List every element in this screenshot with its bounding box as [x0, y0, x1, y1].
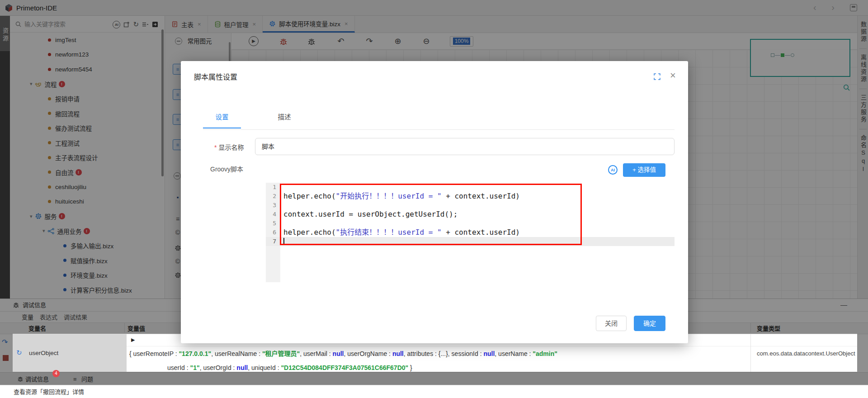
- dialog-tabs: 设置 描述: [203, 112, 328, 128]
- ai-generate-icon[interactable]: AI: [608, 165, 618, 175]
- value-segment: , userRealName :: [211, 350, 262, 357]
- code-highlight-box: [280, 184, 582, 245]
- line-number-gutter: 1234567: [266, 183, 280, 282]
- variable-type: com.eos.data.datacontext.UserObject: [757, 346, 855, 361]
- select-value-button[interactable]: + 选择值: [623, 163, 665, 177]
- close-icon[interactable]: ×: [670, 71, 676, 80]
- ok-button[interactable]: 确定: [634, 316, 665, 331]
- status-text: 查看资源「撤回流程」详情: [14, 385, 84, 398]
- divider: [203, 129, 675, 130]
- refresh-icon[interactable]: ↻: [16, 349, 22, 357]
- script-properties-dialog: 脚本属性设置 × 设置 描述 *显示名称 脚本 Groovy脚本 AI + 选择…: [181, 61, 688, 343]
- groovy-code-editor[interactable]: 1234567 helper.echo("开始执行！！！！userId = " …: [266, 183, 675, 282]
- display-name-label: *显示名称: [214, 139, 244, 156]
- value-segment: null: [333, 350, 344, 357]
- value-segment: , attributes : {...}, sessionId :: [404, 350, 484, 357]
- variable-name: userObject: [29, 347, 124, 360]
- display-name-input[interactable]: 脚本: [255, 138, 675, 155]
- value-segment: userId :: [167, 364, 190, 371]
- value-segment: null: [392, 350, 404, 357]
- value-segment: "127.0.0.1": [179, 350, 211, 357]
- line-number: 1: [266, 183, 280, 192]
- divider: [750, 334, 751, 372]
- value-segment: "1": [190, 364, 200, 371]
- dialog-title: 脚本属性设置: [194, 71, 237, 82]
- value-segment: { userRemoteIP :: [129, 350, 179, 357]
- line-number: 4: [266, 210, 280, 219]
- line-number: 3: [266, 201, 280, 210]
- value-segment: null: [236, 364, 248, 371]
- groovy-script-label: Groovy脚本: [210, 164, 243, 173]
- value-segment: null: [483, 350, 495, 357]
- value-segment: , userOrgId :: [200, 364, 237, 371]
- value-segment: "admin": [533, 350, 557, 357]
- line-number: 7: [266, 237, 280, 246]
- status-bar: 查看资源「撤回流程」详情: [0, 385, 868, 398]
- expander-icon[interactable]: ▶: [131, 337, 135, 343]
- dialog-tab-description[interactable]: 描述: [265, 112, 303, 128]
- variable-value-line1: { userRemoteIP : "127.0.0.1", userRealNa…: [129, 346, 857, 361]
- line-number: 6: [266, 228, 280, 237]
- variable-name-cell[interactable]: ↻ userObject: [13, 334, 127, 372]
- close-button[interactable]: 关闭: [596, 316, 627, 331]
- value-segment: "租户管理员": [262, 350, 300, 357]
- value-segment: , userName :: [495, 350, 533, 357]
- value-segment: , userOrgName :: [344, 350, 392, 357]
- required-mark: *: [214, 144, 217, 151]
- primeton-ide-window: Primeton-IDE ‹ › 资源 输入关键字搜索 AI ↻ imgTest…: [0, 0, 868, 398]
- value-segment: "D12C54D084DFF374F3A07561C66F67D0": [281, 364, 408, 371]
- value-segment: , uniqueId :: [248, 364, 281, 371]
- variable-value-line2: userId : "1", userOrgId : null, uniqueId…: [167, 361, 857, 372]
- maximize-icon[interactable]: [654, 73, 660, 80]
- value-segment: }: [408, 364, 412, 371]
- value-segment: , userMail :: [300, 350, 332, 357]
- dialog-tab-settings[interactable]: 设置: [203, 112, 241, 128]
- line-number: 2: [266, 192, 280, 201]
- notification-badge: 4: [52, 370, 60, 377]
- line-number: 5: [266, 219, 280, 228]
